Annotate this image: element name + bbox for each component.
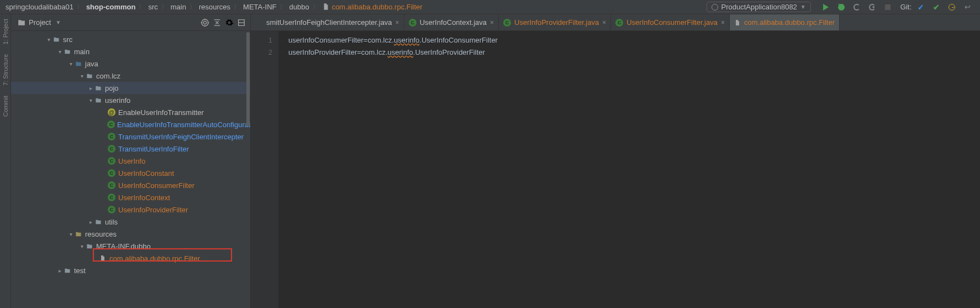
stop-button[interactable] <box>884 3 892 11</box>
collapse-icon <box>213 18 222 27</box>
editor-tab[interactable]: C UserInfoProviderFilter.java × <box>499 14 611 30</box>
class-icon: C <box>108 181 115 189</box>
crumb[interactable]: src <box>146 3 160 11</box>
tree-package-userinfo[interactable]: ▾userinfo <box>11 94 250 106</box>
tree-class[interactable]: CUserInfoConsumerFilter <box>11 179 250 191</box>
folder-icon <box>64 49 71 55</box>
scrollbar-thumb[interactable] <box>246 32 250 126</box>
crumb-root[interactable]: springcloudalibaba01 <box>3 3 76 11</box>
code-text: .UserInfoProviderFilter <box>413 48 485 56</box>
class-icon: C <box>615 19 623 27</box>
tool-window-project[interactable]: 1: Project <box>2 19 9 44</box>
close-tab-button[interactable]: × <box>490 19 494 27</box>
vcs-update-button[interactable]: ✓ <box>917 3 925 11</box>
close-tab-button[interactable]: × <box>602 19 606 27</box>
crumb[interactable]: dubbo <box>287 3 311 11</box>
tree-class[interactable]: CEnableUserInfoTransmitterAutoConfigurat… <box>11 118 250 130</box>
tree-label: com.alibaba.dubbo.rpc.Filter <box>109 254 200 263</box>
file-icon <box>322 3 330 11</box>
chevron-right-icon: 〉 <box>189 3 196 11</box>
editor-tab[interactable]: C UserInfoContext.java × <box>404 14 499 30</box>
editor-content[interactable]: userInfoConsumerFilter=com.lcz.userinfo.… <box>278 31 980 308</box>
package-icon <box>94 219 102 225</box>
select-opened-file-button[interactable] <box>201 18 209 27</box>
editor-gutter: 1 2 <box>251 31 278 308</box>
run-config-selector[interactable]: ProductApplication8082 ▼ <box>707 2 811 12</box>
project-panel-header: Project ▼ <box>11 14 250 31</box>
editor-tab-active[interactable]: com.alibaba.dubbo.rpc.Filter <box>730 14 840 30</box>
tree-file-filter[interactable]: com.alibaba.dubbo.rpc.Filter <box>11 252 250 264</box>
tree-label: TransmitUserInfoFilter <box>118 145 189 153</box>
chevron-down-icon: ▾ <box>67 231 74 237</box>
stop-icon <box>885 4 891 10</box>
settings-button[interactable] <box>225 18 234 27</box>
crumb-file[interactable]: com.alibaba.dubbo.rpc.Filter <box>320 3 425 11</box>
code-text-warning: userinfo <box>388 48 413 56</box>
bug-icon <box>712 4 718 11</box>
crumb[interactable]: main <box>168 3 188 11</box>
chevron-right-icon: ▸ <box>56 268 63 274</box>
hide-button[interactable] <box>237 18 246 27</box>
tree-folder-metainf[interactable]: ▾META-INF.dubbo <box>11 240 250 252</box>
source-folder-icon <box>75 61 82 67</box>
tree-class[interactable]: @EnableUserInfoTransmitter <box>11 106 250 118</box>
tree-label: TransmitUserInfoFeighClientIntercepter <box>118 133 244 141</box>
chevron-down-icon: ▾ <box>56 49 63 55</box>
tree-class[interactable]: CUserInfoContext <box>11 191 250 203</box>
crumb-file-label: com.alibaba.dubbo.rpc.Filter <box>332 3 423 11</box>
tree-class[interactable]: CTransmitUserInfoFeighClientIntercepter <box>11 130 250 143</box>
class-icon: C <box>108 169 115 177</box>
code-editor[interactable]: 1 2 userInfoConsumerFilter=com.lcz.useri… <box>251 31 980 308</box>
chevron-right-icon: 〉 <box>280 3 286 11</box>
tab-label: UserInfoContext.java <box>420 18 487 27</box>
tool-window-commit[interactable]: Commit <box>2 96 9 117</box>
chevron-down-icon: ▾ <box>78 243 85 249</box>
crumb[interactable]: META-INF <box>241 3 278 11</box>
folder-icon <box>64 268 71 274</box>
tree-label: pojo <box>105 84 119 92</box>
tool-window-structure[interactable]: 7: Structure <box>2 54 9 86</box>
file-icon <box>99 254 106 262</box>
line-number: 1 <box>251 34 272 46</box>
chevron-down-icon: ▼ <box>55 19 61 25</box>
profiler-button[interactable]: ▾ <box>868 3 876 11</box>
vcs-history-button[interactable] <box>948 3 956 11</box>
code-text: userInfoProviderFilter=com.lcz. <box>288 48 388 56</box>
close-tab-button[interactable]: × <box>396 19 399 27</box>
vcs-commit-button[interactable]: ✔ <box>932 3 940 11</box>
editor-tab[interactable]: C UserInfoConsumerFilter.java × <box>611 14 730 30</box>
tree-class[interactable]: CUserInfoConstant <box>11 167 250 179</box>
folder-icon <box>18 19 25 27</box>
project-tree-scrollbar[interactable] <box>246 31 250 308</box>
project-view-selector[interactable]: Project ▼ <box>18 18 61 27</box>
tree-folder-src[interactable]: ▾src <box>11 33 250 45</box>
editor-area: C smitUserInfoFeighClientIntercepter.jav… <box>251 14 980 308</box>
chevron-right-icon: 〉 <box>161 3 167 11</box>
editor-tab[interactable]: C smitUserInfoFeighClientIntercepter.jav… <box>251 14 404 30</box>
tree-class[interactable]: CUserInfoProviderFilter <box>11 203 250 216</box>
close-tab-button[interactable]: × <box>721 19 725 27</box>
debug-button[interactable] <box>837 3 845 11</box>
tree-folder-test[interactable]: ▸test <box>11 264 250 276</box>
collapse-all-button[interactable] <box>213 18 222 27</box>
tree-class[interactable]: CTransmitUserInfoFilter <box>11 143 250 155</box>
tree-package-utils[interactable]: ▸utils <box>11 216 250 228</box>
project-tree[interactable]: ▾src ▾main ▾java ▾com.lcz ▸pojo ▾userinf… <box>11 31 250 308</box>
run-config-name: ProductApplication8082 <box>721 3 797 11</box>
tree-folder-resources[interactable]: ▾resources <box>11 228 250 240</box>
tree-package-pojo[interactable]: ▸pojo <box>11 82 250 94</box>
gear-icon <box>225 18 234 27</box>
tab-label: smitUserInfoFeighClientIntercepter.java <box>266 18 392 27</box>
run-button[interactable] <box>822 3 830 11</box>
tree-package-comlcz[interactable]: ▾com.lcz <box>11 70 250 82</box>
chevron-right-icon: 〉 <box>313 3 319 11</box>
class-icon: C <box>503 19 511 27</box>
tree-label: EnableUserInfoTransmitterAutoConfigurati… <box>117 121 250 129</box>
vcs-rollback-button[interactable]: ↩ <box>963 3 971 11</box>
tree-folder-java[interactable]: ▾java <box>11 58 250 70</box>
tree-folder-main[interactable]: ▾main <box>11 45 250 58</box>
run-with-coverage-button[interactable] <box>853 3 861 11</box>
tree-class[interactable]: CUserInfo <box>11 155 250 167</box>
crumb[interactable]: resources <box>197 3 233 11</box>
crumb-module[interactable]: shop-common <box>84 3 138 11</box>
